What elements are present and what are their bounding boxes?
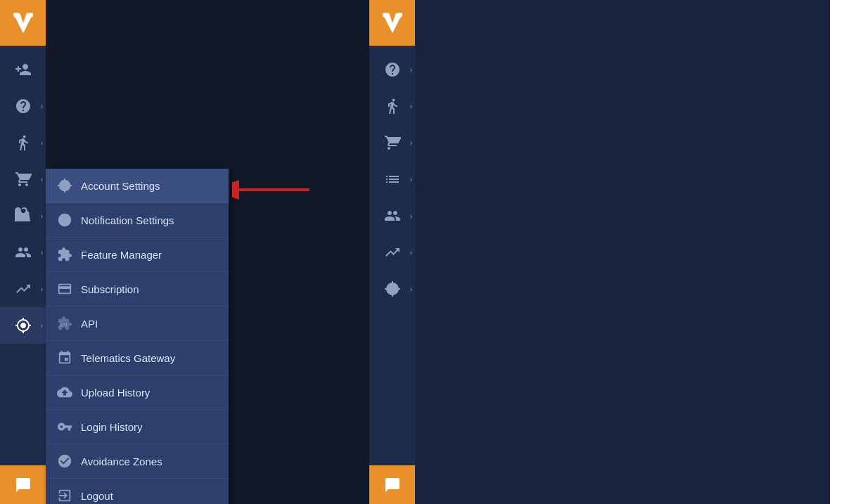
svg-point-7: [382, 12, 388, 18]
right-reports-icon[interactable]: ›: [369, 234, 415, 271]
upload-history-item[interactable]: Upload History: [46, 375, 229, 410]
sidebar-cart[interactable]: ›: [0, 161, 46, 198]
right-chat-bottom[interactable]: [369, 465, 415, 504]
sidebar-help[interactable]: ›: [0, 88, 46, 124]
sidebar-reports[interactable]: ›: [0, 271, 46, 307]
logout-item[interactable]: Logout: [46, 479, 229, 504]
sidebar-add-user[interactable]: [0, 51, 46, 88]
avoidance-zones-item[interactable]: Avoidance Zones: [46, 444, 229, 479]
login-history-item[interactable]: Login History: [46, 410, 229, 444]
left-sidebar: › › › › › › ›: [0, 0, 46, 504]
right-sidebar-logo[interactable]: [369, 0, 415, 46]
right-mini-sidebar: › › › › › › ›: [369, 0, 415, 504]
arrow-indicator: [232, 179, 316, 203]
right-team-icon[interactable]: ›: [369, 198, 415, 234]
sidebar-team[interactable]: ›: [0, 234, 46, 271]
right-routes-icon[interactable]: ›: [369, 88, 415, 124]
feature-manager-item[interactable]: Feature Manager: [46, 238, 229, 272]
sidebar-chat-bottom[interactable]: [0, 465, 46, 504]
right-settings-icon[interactable]: ›: [369, 271, 415, 307]
telematics-gateway-item[interactable]: Telematics Gateway: [46, 341, 229, 375]
svg-point-2: [27, 12, 33, 18]
sidebar-orders[interactable]: ›: [0, 198, 46, 234]
svg-text:API: API: [59, 322, 68, 328]
right-orders-icon[interactable]: ›: [369, 161, 415, 198]
notification-settings-item[interactable]: Notification Settings: [46, 203, 229, 238]
account-settings-item[interactable]: Account Settings: [46, 169, 229, 203]
right-cart-icon[interactable]: ›: [369, 124, 415, 161]
sidebar-logo[interactable]: [0, 0, 46, 46]
svg-point-8: [397, 12, 402, 18]
sidebar-routes[interactable]: ›: [0, 124, 46, 161]
subscription-item[interactable]: Subscription: [46, 272, 229, 306]
api-item[interactable]: API API: [46, 306, 229, 341]
account-dropdown-menu: Account Settings Notification Settings F…: [46, 169, 229, 504]
right-help-icon[interactable]: ›: [369, 51, 415, 88]
sidebar-settings[interactable]: ›: [0, 307, 46, 344]
main-content: Account Settings Your Details First Name…: [830, 0, 844, 504]
svg-point-1: [13, 12, 18, 18]
